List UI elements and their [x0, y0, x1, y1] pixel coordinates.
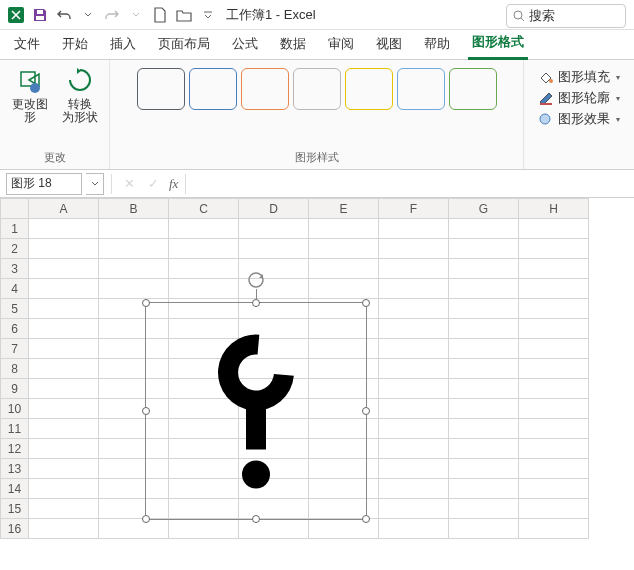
col-header[interactable]: B	[99, 199, 169, 219]
ribbon: 更改图 形 转换 为形状 更改 图形样式 图形填充▾	[0, 60, 634, 170]
qat-more-icon[interactable]	[197, 4, 219, 26]
edit-shape-icon	[15, 66, 45, 96]
resize-handle[interactable]	[362, 515, 370, 523]
new-file-icon[interactable]	[149, 4, 171, 26]
shape-outline-button[interactable]: 图形轮廓▾	[538, 89, 620, 107]
formula-bar: 图形 18 ✕ ✓ fx	[0, 170, 634, 198]
svg-rect-11	[246, 405, 266, 450]
row-header[interactable]: 7	[1, 339, 29, 359]
row-header[interactable]: 9	[1, 379, 29, 399]
save-icon[interactable]	[29, 4, 51, 26]
svg-point-4	[514, 11, 522, 19]
row-header[interactable]: 2	[1, 239, 29, 259]
group-edit-label: 更改	[44, 150, 66, 167]
tab-formula[interactable]: 公式	[228, 31, 262, 59]
resize-handle[interactable]	[142, 515, 150, 523]
tab-shape-format[interactable]: 图形格式	[468, 29, 528, 60]
tab-file[interactable]: 文件	[10, 31, 44, 59]
tab-help[interactable]: 帮助	[420, 31, 454, 59]
tab-review[interactable]: 审阅	[324, 31, 358, 59]
col-header[interactable]: E	[309, 199, 379, 219]
select-all-corner[interactable]	[1, 199, 29, 219]
svg-rect-1	[36, 16, 44, 20]
fx-label[interactable]: fx	[169, 176, 178, 192]
shape-style-3[interactable]	[241, 68, 289, 110]
svg-point-7	[549, 79, 553, 83]
shape-style-4[interactable]	[293, 68, 341, 110]
effects-icon	[538, 112, 554, 126]
resize-handle[interactable]	[252, 515, 260, 523]
cancel-formula-icon[interactable]: ✕	[119, 174, 139, 194]
ribbon-tabs: 文件 开始 插入 页面布局 公式 数据 审阅 视图 帮助 图形格式	[0, 30, 634, 60]
svg-point-10	[249, 273, 263, 287]
tab-home[interactable]: 开始	[58, 31, 92, 59]
resize-handle[interactable]	[252, 299, 260, 307]
resize-handle[interactable]	[362, 299, 370, 307]
question-mark-shape[interactable]	[206, 325, 306, 498]
row-header[interactable]: 14	[1, 479, 29, 499]
shape-style-6[interactable]	[397, 68, 445, 110]
convert-shape-icon	[65, 66, 95, 96]
selected-shape[interactable]	[145, 302, 367, 520]
col-header[interactable]: F	[379, 199, 449, 219]
row-header[interactable]: 11	[1, 419, 29, 439]
search-input[interactable]: 搜索	[506, 4, 626, 28]
tab-view[interactable]: 视图	[372, 31, 406, 59]
fill-icon	[538, 70, 554, 84]
row-header[interactable]: 13	[1, 459, 29, 479]
row-header[interactable]: 1	[1, 219, 29, 239]
col-header[interactable]: D	[239, 199, 309, 219]
row-header[interactable]: 4	[1, 279, 29, 299]
undo-dropdown-icon[interactable]	[77, 4, 99, 26]
shape-style-5[interactable]	[345, 68, 393, 110]
rotate-connector	[256, 289, 257, 299]
row-header[interactable]: 5	[1, 299, 29, 319]
search-icon	[513, 10, 525, 22]
col-header[interactable]: H	[519, 199, 589, 219]
rotate-handle[interactable]	[247, 271, 265, 289]
convert-shape-button[interactable]: 转换 为形状	[58, 64, 102, 126]
tab-insert[interactable]: 插入	[106, 31, 140, 59]
svg-rect-2	[37, 10, 43, 14]
col-header[interactable]: G	[449, 199, 519, 219]
svg-point-9	[540, 114, 550, 124]
row-header[interactable]: 8	[1, 359, 29, 379]
redo-dropdown-icon[interactable]	[125, 4, 147, 26]
group-styles-label: 图形样式	[110, 150, 523, 167]
shape-effects-button[interactable]: 图形效果▾	[538, 110, 620, 128]
row-header[interactable]: 12	[1, 439, 29, 459]
open-file-icon[interactable]	[173, 4, 195, 26]
row-header[interactable]: 16	[1, 519, 29, 539]
svg-point-6	[30, 83, 40, 93]
redo-icon[interactable]	[101, 4, 123, 26]
shape-fill-button[interactable]: 图形填充▾	[538, 68, 620, 86]
row-header[interactable]: 15	[1, 499, 29, 519]
name-box[interactable]: 图形 18	[6, 173, 82, 195]
row-header[interactable]: 10	[1, 399, 29, 419]
tab-data[interactable]: 数据	[276, 31, 310, 59]
col-header[interactable]: C	[169, 199, 239, 219]
outline-icon	[538, 91, 554, 105]
resize-handle[interactable]	[142, 299, 150, 307]
row-header[interactable]: 6	[1, 319, 29, 339]
window-title: 工作簿1 - Excel	[226, 6, 316, 24]
resize-handle[interactable]	[362, 407, 370, 415]
col-header[interactable]: A	[29, 199, 99, 219]
excel-app-icon	[5, 4, 27, 26]
tab-layout[interactable]: 页面布局	[154, 31, 214, 59]
row-header[interactable]: 3	[1, 259, 29, 279]
resize-handle[interactable]	[142, 407, 150, 415]
shape-style-2[interactable]	[189, 68, 237, 110]
shape-styles-gallery[interactable]	[110, 64, 523, 114]
shape-style-7[interactable]	[449, 68, 497, 110]
title-bar: 工作簿1 - Excel 搜索	[0, 0, 634, 30]
svg-point-12	[242, 461, 270, 489]
search-placeholder: 搜索	[529, 7, 555, 25]
accept-formula-icon[interactable]: ✓	[143, 174, 163, 194]
shape-style-1[interactable]	[137, 68, 185, 110]
svg-line-5	[521, 18, 524, 21]
undo-icon[interactable]	[53, 4, 75, 26]
edit-shape-button[interactable]: 更改图 形	[8, 64, 52, 126]
name-box-dropdown[interactable]	[86, 173, 104, 195]
